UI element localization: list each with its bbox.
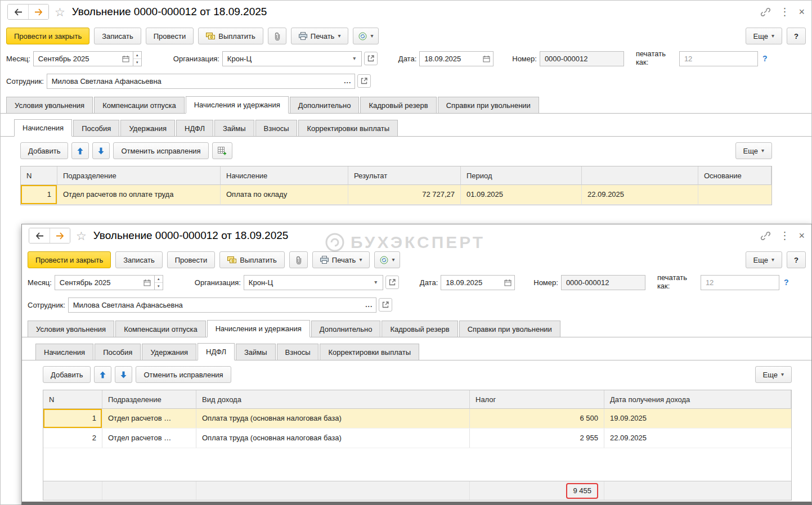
number-input[interactable]: 0000-000012 xyxy=(561,275,645,290)
choose-icon[interactable]: ... xyxy=(362,298,376,312)
spinner-down-button[interactable]: ▼ xyxy=(133,59,141,66)
subtab-vznosy[interactable]: Взносы xyxy=(277,344,319,360)
date-input[interactable]: 18.09.2025 xyxy=(419,51,494,66)
subtab-nachisleniya[interactable]: Начисления xyxy=(14,119,72,137)
table-cell[interactable]: Отдел расчетов … xyxy=(102,429,196,448)
tab-dopolnitelno[interactable]: Дополнительно xyxy=(311,321,381,337)
subtab-posobiya[interactable]: Пособия xyxy=(95,344,141,360)
move-down-button[interactable] xyxy=(92,142,110,159)
add-row-button[interactable]: Добавить xyxy=(43,366,91,383)
spinner-up-button[interactable]: ▲ xyxy=(155,276,163,283)
calendar-icon[interactable] xyxy=(501,276,514,290)
table-cell[interactable]: 2 xyxy=(43,429,102,448)
calendar-icon[interactable] xyxy=(479,52,493,66)
more-button[interactable]: Еще ▾ xyxy=(746,28,782,44)
undo-corrections-button[interactable]: Отменить исправления xyxy=(136,366,231,383)
back-button[interactable] xyxy=(8,4,28,19)
subtab-korrektirovki-vyplaty[interactable]: Корректировки выплаты xyxy=(298,120,398,136)
table-cell[interactable]: Оплата по окладу xyxy=(221,185,348,204)
table-cell[interactable] xyxy=(698,185,771,204)
employee-open-button[interactable] xyxy=(379,298,392,312)
print-as-help-icon[interactable]: ? xyxy=(784,278,789,287)
subtab-vznosy[interactable]: Взносы xyxy=(255,120,298,136)
table-cell[interactable]: Отдел расчетов … xyxy=(102,409,196,428)
save-button[interactable]: Записать xyxy=(115,251,163,268)
tab-spravki-pri-uvolnenii[interactable]: Справки при увольнении xyxy=(438,97,539,113)
more-menu-icon[interactable]: ⋮ xyxy=(779,231,789,241)
tab-kompensacii-otpuska[interactable]: Компенсации отпуска xyxy=(94,97,185,113)
table-cell[interactable]: 22.09.2025 xyxy=(604,429,791,448)
table-row[interactable]: 2 Отдел расчетов … Оплата труда (основна… xyxy=(43,429,791,448)
tab-nachisleniya-i-uderzhaniya[interactable]: Начисления и удержания xyxy=(186,96,289,114)
employee-input[interactable]: Милова Светлана Афанасьевна ... xyxy=(47,74,355,89)
tab-kadrovyj-rezerv[interactable]: Кадровый резерв xyxy=(360,97,436,113)
pay-button[interactable]: Выплатить xyxy=(219,251,285,268)
subtab-korrektirovki-vyplaty[interactable]: Корректировки выплаты xyxy=(320,344,419,360)
post-button[interactable]: Провести xyxy=(146,28,194,44)
favorite-star-icon[interactable]: ☆ xyxy=(76,230,87,242)
attachments-button[interactable] xyxy=(268,28,286,44)
subtab-ndfl[interactable]: НДФЛ xyxy=(176,120,213,136)
close-icon[interactable]: × xyxy=(798,7,805,17)
organization-select[interactable]: Крон-Ц ▾ xyxy=(222,51,362,66)
tab-nachisleniya-i-uderzhaniya[interactable]: Начисления и удержания xyxy=(207,320,310,337)
tab-kadrovyj-rezerv[interactable]: Кадровый резерв xyxy=(382,321,457,337)
tab-dopolnitelno[interactable]: Дополнительно xyxy=(290,97,360,113)
organization-open-button[interactable] xyxy=(385,276,399,289)
table-cell[interactable]: 72 727,27 xyxy=(348,185,461,204)
tab-spravki-pri-uvolnenii[interactable]: Справки при увольнении xyxy=(459,321,560,337)
grid-more-button[interactable]: Еще ▾ xyxy=(755,366,792,383)
favorite-star-icon[interactable]: ☆ xyxy=(55,6,65,18)
subtab-ndfl[interactable]: НДФЛ xyxy=(198,343,235,360)
tab-kompensacii-otpuska[interactable]: Компенсации отпуска xyxy=(115,321,206,337)
subtab-nachisleniya[interactable]: Начисления xyxy=(35,344,93,360)
table-cell[interactable]: 19.09.2025 xyxy=(604,409,791,428)
forward-button[interactable] xyxy=(50,228,70,243)
print-as-help-icon[interactable]: ? xyxy=(762,54,768,63)
employee-open-button[interactable] xyxy=(357,74,371,88)
chevron-down-icon[interactable]: ▾ xyxy=(369,276,383,290)
tab-usloviya-uvolneniya[interactable]: Условия увольнения xyxy=(6,97,93,113)
table-cell[interactable]: 1 xyxy=(21,185,57,204)
move-up-button[interactable] xyxy=(94,366,111,383)
table-cell[interactable]: Оплата труда (основная налоговая база) xyxy=(196,409,470,428)
date-input[interactable]: 18.09.2025 xyxy=(441,275,515,290)
subtab-uderzhaniya[interactable]: Удержания xyxy=(142,344,196,360)
table-cell[interactable]: 2 955 xyxy=(470,429,604,448)
chevron-down-icon[interactable]: ▾ xyxy=(348,52,361,66)
more-button[interactable]: Еще ▾ xyxy=(746,251,782,268)
table-cell[interactable]: 6 500 xyxy=(470,409,604,428)
print-button[interactable]: Печать ▾ xyxy=(312,251,370,268)
table-cell[interactable]: 22.09.2025 xyxy=(582,185,698,204)
table-cell[interactable]: 1 xyxy=(43,409,102,428)
employee-input[interactable]: Милова Светлана Афанасьевна ... xyxy=(68,297,376,313)
organization-select[interactable]: Крон-Ц ▾ xyxy=(244,275,383,290)
choose-icon[interactable]: ... xyxy=(341,74,355,88)
help-button[interactable]: ? xyxy=(787,251,806,268)
save-button[interactable]: Записать xyxy=(94,28,141,44)
spinner-up-button[interactable]: ▲ xyxy=(133,52,141,59)
number-input[interactable]: 0000-000012 xyxy=(540,51,624,66)
get-link-icon[interactable] xyxy=(761,8,770,16)
print-as-input[interactable]: 12 xyxy=(679,51,758,66)
add-row-button[interactable]: Добавить xyxy=(20,142,68,159)
table-row[interactable]: 1 Отдел расчетов по оплате труда Оплата … xyxy=(21,185,771,205)
close-icon[interactable]: × xyxy=(798,231,805,241)
attachments-button[interactable] xyxy=(289,251,308,268)
post-and-close-button[interactable]: Провести и закрыть xyxy=(6,28,89,44)
back-button[interactable] xyxy=(29,228,50,243)
subtab-zajmy[interactable]: Займы xyxy=(214,120,254,136)
organization-open-button[interactable] xyxy=(364,52,378,65)
print-as-input[interactable]: 12 xyxy=(701,275,779,290)
more-menu-icon[interactable]: ⋮ xyxy=(779,7,789,17)
subtab-uderzhaniya[interactable]: Удержания xyxy=(120,120,175,136)
subtab-posobiya[interactable]: Пособия xyxy=(73,120,119,136)
grid-more-button[interactable]: Еще ▾ xyxy=(735,142,772,159)
undo-corrections-button[interactable]: Отменить исправления xyxy=(113,142,208,159)
calendar-icon[interactable] xyxy=(119,52,133,66)
month-input[interactable]: Сентябрь 2025 xyxy=(55,275,155,290)
post-and-close-button[interactable]: Провести и закрыть xyxy=(28,251,111,268)
forward-button[interactable] xyxy=(28,4,48,19)
exchange-button[interactable]: ▾ xyxy=(353,28,379,44)
calendar-icon[interactable] xyxy=(141,276,154,290)
